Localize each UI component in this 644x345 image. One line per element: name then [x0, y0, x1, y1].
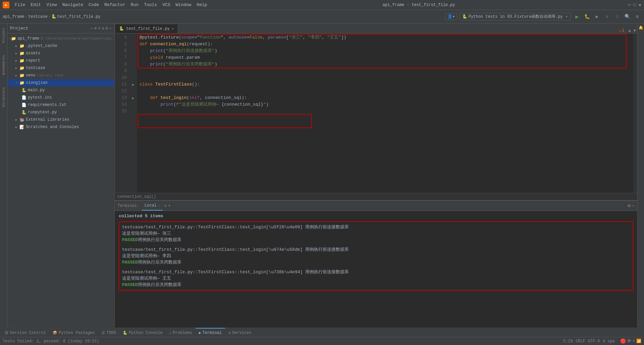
expand-all-button[interactable]: ⇅ [102, 26, 104, 31]
menu-tools[interactable]: Tools [141, 2, 160, 8]
menu-vcs[interactable]: VCS [160, 2, 173, 8]
menu-refactor[interactable]: Refactor [102, 2, 128, 8]
tree-item-report[interactable]: ▶ 📁 report [7, 57, 114, 64]
scroll-up-btn[interactable]: ▲ [627, 28, 632, 33]
maximize-button[interactable]: □ [633, 3, 636, 7]
status-charset[interactable]: UTF-8 [588, 339, 600, 344]
status-indent[interactable]: 4 spa [603, 339, 615, 344]
code-content[interactable]: @pytest.fixture(scope="function", autous… [137, 34, 633, 193]
tree-item-runpytest[interactable]: 🐍 runpytest.py [7, 109, 114, 116]
menu-navigate[interactable]: Navigate [60, 2, 86, 8]
terminal-add-btn[interactable]: + [164, 203, 167, 209]
tree-item-xiongjian[interactable]: ▾ 📁 xiongjian [7, 79, 114, 87]
passed-badge-2: PASSED [122, 260, 138, 265]
terminal-block-1: testcase/test_first_file.py::TestFirstCl… [122, 224, 630, 243]
breadcrumb: api_frame › testcase › 🐍 test_first_file… [3, 14, 100, 19]
code-line-4: @pytest.fixture(scope="function", autous… [140, 34, 631, 41]
terminal-line-3-1: testcase/test_first_file.py::TestFirstCl… [122, 269, 630, 275]
scroll-down-btn[interactable]: ▼ [632, 28, 637, 33]
menu-run[interactable]: Run [128, 2, 141, 8]
line-num-7: 7 [115, 54, 127, 61]
tree-item-venv[interactable]: ▶ 📁 venv library root [7, 72, 114, 79]
item-label: venv [26, 73, 36, 78]
run-config-dropdown[interactable]: 🐍 Python tests in 03.Fixture函数自动调用.py ▾ [459, 13, 571, 20]
breadcrumb-testcase[interactable]: testcase [28, 14, 48, 19]
terminal-settings-icon[interactable]: ⚙ [628, 203, 630, 209]
close-button[interactable]: ✕ [639, 2, 641, 8]
hide-panel-button[interactable]: ─ [109, 26, 112, 31]
app-logo: ▶ [3, 2, 9, 8]
gutter-line-11[interactable]: ▶ [129, 81, 137, 88]
code-line-7: yield request.param [140, 54, 631, 61]
tab-problems[interactable]: ⚠ Problems [166, 328, 196, 337]
run-button[interactable]: ▶ [573, 13, 581, 21]
folder-icon: 📁 [19, 44, 24, 49]
tree-item-external-libs[interactable]: ▶ 📚 External Libraries [7, 116, 114, 123]
tree-root[interactable]: ▾ 📁 api_frame D:\develop\PyCharm\workspa… [7, 35, 114, 42]
terminal-tab-bar: Terminal: Local ✕ + ▾ ⚙ ─ [115, 201, 637, 211]
gutter-line-13[interactable]: ▶ [129, 95, 137, 101]
project-tab-vertical[interactable]: Project [1, 26, 6, 44]
terminal-dropdown-btn[interactable]: ▾ [168, 203, 170, 208]
tree-item-main-py[interactable]: 🐍 main.py [7, 87, 114, 94]
tree-item-assets[interactable]: ▶ 📁 assets [7, 50, 114, 57]
terminal-tab-close[interactable]: ✕ [158, 204, 160, 208]
line-num-10: 10 [115, 74, 127, 81]
code-line-15 [140, 108, 631, 115]
menu-view[interactable]: View [44, 2, 59, 8]
minimize-button[interactable]: ─ [628, 2, 631, 8]
structure-tab-vertical[interactable]: Structure [1, 86, 6, 108]
bookmarks-tab-vertical[interactable]: Bookmarks [1, 54, 6, 76]
title-bar: ▶ File Edit View Navigate Code Refactor … [0, 0, 644, 10]
tree-item-scratches[interactable]: ▶ 📝 Scratches and Consoles [7, 123, 114, 131]
menu-window[interactable]: Window [173, 2, 194, 8]
profile-button[interactable]: 👤▾ [445, 13, 457, 20]
tree-item-pytest-ini[interactable]: 📄 pytest.ini [7, 94, 114, 101]
editor-tab-active[interactable]: 🐍 test_first_file.py ✕ [115, 24, 178, 33]
tab-version-control[interactable]: ⛓ Version Control [1, 328, 49, 337]
settings-icon[interactable]: ⚙ [106, 26, 108, 31]
editor-scrollbar[interactable] [633, 34, 637, 193]
terminal-local-tab[interactable]: Local ✕ [142, 201, 163, 211]
tab-python-console[interactable]: 🐍 Python Console [119, 328, 166, 337]
debug-button[interactable]: 🐛 [583, 13, 591, 21]
tab-python-packages[interactable]: 📦 Python Packages [49, 328, 98, 337]
status-position[interactable]: 5:29 [563, 339, 573, 344]
run-config-icon: 🐍 [462, 14, 467, 19]
status-encoding[interactable]: CRLF [576, 339, 585, 344]
collapse-all-button[interactable]: ≡ [98, 26, 100, 31]
menu-edit[interactable]: Edit [28, 2, 44, 8]
terminal-content[interactable]: collected 5 items testcase/test_first_fi… [115, 211, 637, 328]
red-box-method [138, 114, 312, 128]
search-everywhere-button[interactable]: 🔍 [623, 13, 631, 21]
tree-item-requirements[interactable]: 📄 requirements.txt [7, 101, 114, 109]
notifications-icon[interactable]: 🔔 [638, 25, 644, 30]
item-label: testcase [26, 66, 45, 70]
coverage-button[interactable]: ▶ [593, 13, 601, 21]
python-console-label: Python Console [129, 331, 163, 335]
gutter-line-15 [129, 108, 137, 115]
tab-todo[interactable]: ☰ TODO [98, 328, 119, 337]
tab-terminal[interactable]: ▶ Terminal [196, 328, 225, 337]
settings-button[interactable]: ⚙ [633, 13, 641, 21]
terminal-block-2: testcase/test_first_file.py::TestFirstCl… [122, 246, 630, 266]
item-label: .pytest_cache [26, 44, 57, 48]
menu-help[interactable]: Help [194, 2, 210, 8]
file-icon: 🐍 [21, 88, 26, 93]
tab-services[interactable]: ⚙ Services [225, 328, 255, 337]
terminal-hide-btn[interactable]: ─ [632, 203, 635, 209]
tree-item-pytest-cache[interactable]: ▶ 📁 .pytest_cache [7, 42, 114, 50]
menu-file[interactable]: File [12, 2, 28, 8]
breadcrumb-file[interactable]: test_first_file.py [57, 14, 101, 19]
tab-close-icon[interactable]: ✕ [172, 26, 174, 31]
pause-button[interactable]: ⏸ [613, 13, 621, 21]
passed-badge-1: PASSED [122, 237, 138, 242]
stop-button[interactable]: ■ [603, 13, 611, 21]
breadcrumb-root[interactable]: api_frame [3, 14, 24, 19]
tree-item-testcase[interactable]: ▶ 📁 testcase [7, 64, 114, 72]
project-panel-title: Project [10, 26, 91, 31]
terminal-line-3-3b: 用例执行后关闭数据库 [138, 282, 181, 287]
menu-code[interactable]: Code [86, 2, 102, 8]
locate-button[interactable]: ⊕ [94, 26, 97, 31]
code-area[interactable]: 4 5 6 7 8 9 10 11 12 13 14 15 [115, 34, 637, 193]
